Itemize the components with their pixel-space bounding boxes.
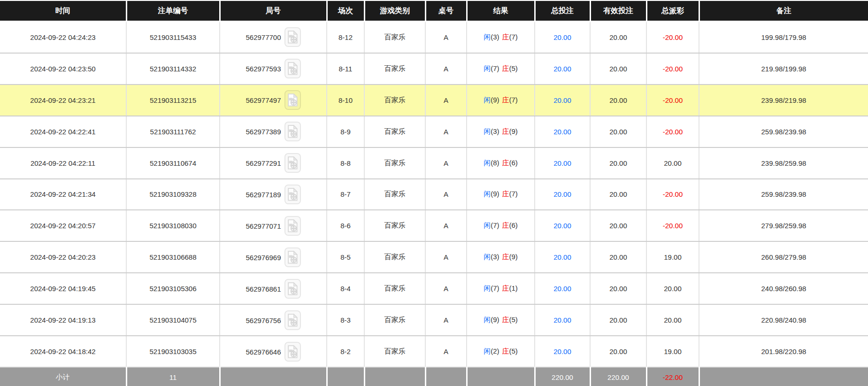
cell-table-no: A <box>425 147 467 179</box>
table-row[interactable]: 2024-09-22 04:22:11521903110674562977291… <box>0 147 868 179</box>
video-replay-button[interactable] <box>284 310 301 330</box>
player-result-label: 闲 <box>484 316 491 324</box>
game-no-text: 562977189 <box>246 190 281 198</box>
cell-total-bet: 20.00 <box>535 210 590 241</box>
cell-table-no: A <box>425 210 467 241</box>
table-row[interactable]: 2024-09-22 04:22:41521903111762562977389… <box>0 116 868 147</box>
cell-remark: 219.98/199.98 <box>699 53 868 85</box>
banker-result-label: 庄 <box>502 127 509 135</box>
cell-result: 闲(7)庄(5) <box>467 53 535 85</box>
player-result-points: (7) <box>491 284 499 292</box>
banker-result-label: 庄 <box>502 33 509 41</box>
footer-empty-session <box>327 367 364 386</box>
cell-time: 2024-09-22 04:19:45 <box>0 273 126 304</box>
player-result-label: 闲 <box>484 347 491 355</box>
cell-game-type: 百家乐 <box>364 85 425 116</box>
video-replay-button[interactable] <box>284 247 301 267</box>
player-result-label: 闲 <box>484 159 491 167</box>
cell-valid-bet: 20.00 <box>590 304 646 336</box>
table-header: 时间注单编号局号场次游戏类别桌号结果总投注有效投注总派彩备注 <box>0 1 868 22</box>
cell-payout: -20.00 <box>646 210 699 241</box>
video-replay-button[interactable] <box>284 59 301 78</box>
cell-total-bet: 20.00 <box>535 336 590 367</box>
table-row[interactable]: 2024-09-22 04:18:42521903103035562976646… <box>0 336 868 367</box>
video-replay-button[interactable] <box>284 90 301 110</box>
cell-game-no: 562976969 <box>220 241 327 273</box>
cell-session: 8-12 <box>327 22 364 53</box>
cell-session: 8-7 <box>327 179 364 210</box>
player-result-points: (8) <box>491 159 499 167</box>
video-file-icon <box>287 93 298 107</box>
banker-result-points: (9) <box>509 253 518 261</box>
game-no-text: 562977389 <box>246 128 281 136</box>
video-file-icon <box>287 282 298 295</box>
cell-game-type: 百家乐 <box>364 273 425 304</box>
video-replay-button[interactable] <box>284 342 301 362</box>
footer-empty-remark <box>699 367 868 386</box>
cell-remark: 240.98/260.98 <box>699 273 868 304</box>
table-row[interactable]: 2024-09-22 04:21:34521903109328562977189… <box>0 179 868 210</box>
cell-payout: 20.00 <box>646 304 699 336</box>
cell-table-no: A <box>425 116 467 147</box>
cell-result: 闲(3)庄(9) <box>467 241 535 273</box>
video-replay-button[interactable] <box>284 27 301 47</box>
cell-table-no: A <box>425 273 467 304</box>
player-result-points: (2) <box>491 347 499 355</box>
cell-time: 2024-09-22 04:22:41 <box>0 116 126 147</box>
cell-payout: -20.00 <box>646 22 699 53</box>
cell-session: 8-9 <box>327 116 364 147</box>
game-no-text: 562976756 <box>246 316 281 324</box>
table-row[interactable]: 2024-09-22 04:20:57521903108030562977071… <box>0 210 868 241</box>
table-row[interactable]: 2024-09-22 04:23:21521903113215562977497… <box>0 85 868 116</box>
table-row[interactable]: 2024-09-22 04:24:23521903115433562977700… <box>0 22 868 53</box>
cell-bet-id: 521903110674 <box>126 147 220 179</box>
video-replay-button[interactable] <box>284 185 301 204</box>
table-row[interactable]: 2024-09-22 04:19:13521903104075562976756… <box>0 304 868 336</box>
cell-payout: -20.00 <box>646 116 699 147</box>
cell-table-no: A <box>425 53 467 85</box>
cell-result: 闲(9)庄(7) <box>467 85 535 116</box>
cell-total-bet: 20.00 <box>535 22 590 53</box>
footer-empty-game-no <box>220 367 327 386</box>
column-header-payout: 总派彩 <box>646 1 699 22</box>
player-result-points: (7) <box>491 221 499 229</box>
video-replay-button[interactable] <box>284 122 301 141</box>
cell-table-no: A <box>425 85 467 116</box>
cell-total-bet: 20.00 <box>535 179 590 210</box>
cell-session: 8-10 <box>327 85 364 116</box>
banker-result-label: 庄 <box>502 253 509 261</box>
banker-result-points: (6) <box>509 221 518 229</box>
game-no-text: 562976861 <box>246 285 281 293</box>
video-replay-button[interactable] <box>284 279 301 299</box>
video-replay-button[interactable] <box>284 153 301 173</box>
footer-total-bet: 220.00 <box>535 367 590 386</box>
player-result-points: (9) <box>491 190 499 198</box>
cell-result: 闲(3)庄(7) <box>467 22 535 53</box>
video-replay-button[interactable] <box>284 216 301 236</box>
cell-payout: -20.00 <box>646 85 699 116</box>
cell-time: 2024-09-22 04:21:34 <box>0 179 126 210</box>
banker-result-points: (7) <box>509 96 518 104</box>
banker-result-label: 庄 <box>502 284 509 292</box>
cell-session: 8-4 <box>327 273 364 304</box>
cell-valid-bet: 20.00 <box>590 179 646 210</box>
cell-total-bet: 20.00 <box>535 85 590 116</box>
cell-valid-bet: 20.00 <box>590 22 646 53</box>
cell-session: 8-8 <box>327 147 364 179</box>
banker-result-label: 庄 <box>502 96 509 104</box>
table-row[interactable]: 2024-09-22 04:20:23521903106688562976969… <box>0 241 868 273</box>
table-row[interactable]: 2024-09-22 04:23:50521903114332562977593… <box>0 53 868 85</box>
cell-game-type: 百家乐 <box>364 147 425 179</box>
cell-session: 8-2 <box>327 336 364 367</box>
player-result-points: (9) <box>491 316 499 324</box>
cell-game-type: 百家乐 <box>364 210 425 241</box>
cell-bet-id: 521903113215 <box>126 85 220 116</box>
table-row[interactable]: 2024-09-22 04:19:45521903105306562976861… <box>0 273 868 304</box>
cell-bet-id: 521903106688 <box>126 241 220 273</box>
cell-time: 2024-09-22 04:20:57 <box>0 210 126 241</box>
player-result-points: (3) <box>491 127 499 135</box>
footer-empty-result <box>467 367 535 386</box>
cell-remark: 259.98/239.98 <box>699 116 868 147</box>
subtotal-row: 小计11220.00220.00-22.00 <box>0 367 868 386</box>
cell-valid-bet: 20.00 <box>590 53 646 85</box>
